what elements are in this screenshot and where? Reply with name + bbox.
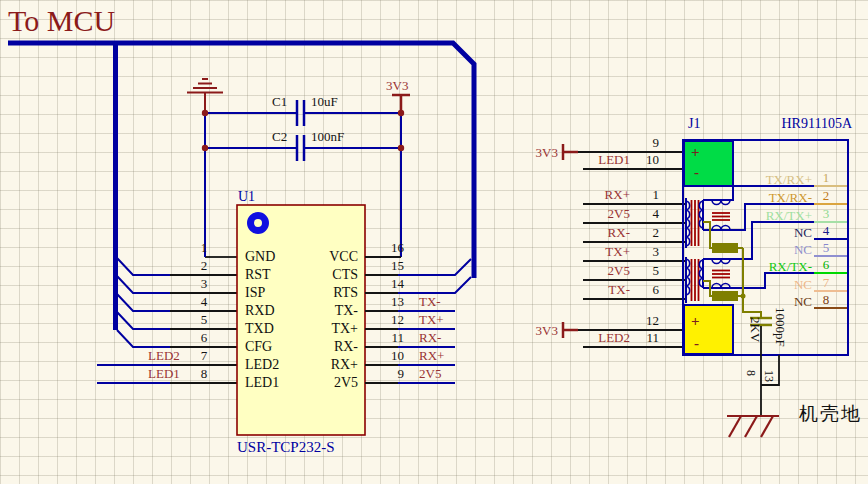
rj45-pin-label: RX/TX- bbox=[748, 260, 812, 273]
u1-pin-name: GND bbox=[245, 250, 275, 264]
rj45-pin-number: 8 bbox=[818, 293, 834, 306]
j1-pin-number: 2 bbox=[633, 226, 659, 239]
net-label-rx-minus: RX- bbox=[419, 331, 441, 344]
earth-ground-icon bbox=[187, 79, 223, 113]
net-label-tx-plus: TX+ bbox=[592, 245, 630, 258]
u1-pin-name: ISP bbox=[245, 286, 265, 300]
net-label-led1: LED1 bbox=[592, 153, 630, 166]
net-label-rx-plus: RX+ bbox=[419, 349, 444, 362]
rj45-pin-number: 2 bbox=[818, 189, 834, 202]
rj45-pin-label-nc: NC bbox=[748, 278, 812, 291]
u1-pin-name: CFG bbox=[245, 340, 272, 354]
power-label-3v3: 3V3 bbox=[532, 146, 558, 159]
net-label-tx-plus: TX+ bbox=[419, 313, 444, 326]
net-label-2v5: 2V5 bbox=[592, 264, 630, 277]
resistor-2 bbox=[713, 292, 737, 300]
j1-pin-number: 12 bbox=[633, 314, 659, 327]
u1-pin-number: 9 bbox=[376, 367, 404, 380]
u1-part-number: USR-TCP232-S bbox=[237, 440, 335, 455]
c2-ref: C2 bbox=[272, 130, 287, 143]
u1-pin-name: VCC bbox=[280, 250, 358, 264]
sheet-title: To MCU bbox=[8, 6, 115, 36]
u1-pin-name: RXD bbox=[245, 304, 275, 318]
rj45-pin-label: TX/RX- bbox=[748, 191, 812, 204]
bus-entries-left bbox=[117, 258, 170, 347]
net-label-led2: LED2 bbox=[592, 331, 630, 344]
rj45-pin-label: RX/TX+ bbox=[748, 209, 812, 222]
hv-cap-rating: 2KV bbox=[749, 317, 762, 342]
rj45-pin-label: TX/RX+ bbox=[748, 173, 812, 186]
j1-ref: J1 bbox=[688, 117, 700, 131]
u1-pin-name: LED1 bbox=[245, 376, 279, 390]
net-label-tx-minus: TX- bbox=[592, 283, 630, 296]
green-led-plus: + bbox=[691, 145, 700, 160]
j1-pin-number: 5 bbox=[633, 264, 659, 277]
u1-pin-number: 1 bbox=[196, 241, 212, 254]
shield-pin-number: 13 bbox=[763, 370, 775, 382]
u1-pin-number: 6 bbox=[196, 331, 212, 344]
net-label-led2: LED2 bbox=[148, 349, 180, 362]
power-3v3-j1-top-icon bbox=[563, 144, 578, 160]
u1-chip-body bbox=[237, 205, 365, 435]
u1-pin-name: LED2 bbox=[245, 358, 279, 372]
u1-pin-name: 2V5 bbox=[280, 376, 358, 390]
net-label-2v5: 2V5 bbox=[592, 207, 630, 220]
u1-pin-number: 10 bbox=[376, 349, 404, 362]
u1-pin-name: RTS bbox=[280, 286, 358, 300]
rj45-pin-number: 6 bbox=[818, 258, 834, 271]
net-label-tx-minus: TX- bbox=[419, 295, 441, 308]
u1-pin-name: RST bbox=[245, 268, 271, 282]
j1-pin-number: 1 bbox=[633, 188, 659, 201]
j1-part-number: HR911105A bbox=[752, 117, 852, 131]
u1-pin-number: 5 bbox=[196, 313, 212, 326]
rj45-pin-label-nc: NC bbox=[748, 226, 812, 239]
u1-pin-number: 11 bbox=[376, 331, 404, 344]
rj45-pin-number: 5 bbox=[818, 241, 834, 254]
rj45-pin-number: 7 bbox=[818, 276, 834, 289]
schematic-sheet: To MCU C1 10uF C2 100nF 3V3 U1 USR-TCP23… bbox=[0, 0, 868, 484]
u1-pin-name: CTS bbox=[280, 268, 358, 282]
j1-pin-number: 4 bbox=[633, 207, 659, 220]
power-label-3v3: 3V3 bbox=[532, 324, 558, 337]
yellow-led-minus: - bbox=[694, 336, 699, 351]
u1-pin-number: 13 bbox=[376, 295, 404, 308]
u1-ref: U1 bbox=[238, 190, 255, 204]
chassis-ground-icon bbox=[727, 416, 779, 437]
u1-pin-number: 12 bbox=[376, 313, 404, 326]
u1-pin-number: 14 bbox=[376, 277, 404, 290]
u1-pin-name: TX- bbox=[280, 304, 358, 318]
u1-pin-number: 7 bbox=[196, 349, 212, 362]
schematic-canvas bbox=[0, 0, 868, 484]
c1-ref: C1 bbox=[272, 95, 287, 108]
u1-pin-number: 16 bbox=[376, 241, 404, 254]
rj45-pin-number: 3 bbox=[818, 207, 834, 220]
hv-cap-value: 1000pF bbox=[774, 307, 787, 347]
c1-value: 10uF bbox=[311, 95, 338, 108]
j1-pin-number: 10 bbox=[633, 153, 659, 166]
net-label-rx-plus: RX+ bbox=[592, 188, 630, 201]
net-label-rx-minus: RX- bbox=[592, 226, 630, 239]
u1-pin-number: 4 bbox=[196, 295, 212, 308]
u1-pin-name: RX+ bbox=[280, 358, 358, 372]
j1-pin-number: 9 bbox=[633, 136, 659, 149]
yellow-led-plus: + bbox=[691, 314, 700, 329]
power-label-3v3: 3V3 bbox=[386, 79, 408, 92]
rj45-pin-number: 4 bbox=[818, 224, 834, 237]
u1-pin-number: 15 bbox=[376, 259, 404, 272]
u1-pin-name: TX+ bbox=[280, 322, 358, 336]
j1-pin-number: 11 bbox=[633, 331, 659, 344]
power-3v3-j1-bottom-icon bbox=[563, 322, 578, 338]
u1-pin-number: 2 bbox=[196, 259, 212, 272]
green-led-minus: - bbox=[694, 165, 699, 180]
chassis-ground-label: 机壳地 bbox=[799, 404, 862, 423]
resistor-1 bbox=[713, 244, 737, 252]
j1-pin-number: 3 bbox=[633, 245, 659, 258]
net-label-led1: LED1 bbox=[148, 367, 180, 380]
u1-pin-number: 8 bbox=[196, 367, 212, 380]
u1-pin-name: RX- bbox=[280, 340, 358, 354]
rj45-pin-number: 1 bbox=[818, 171, 834, 184]
j1-pin-number: 6 bbox=[633, 283, 659, 296]
rj45-pin-label-nc: NC bbox=[748, 243, 812, 256]
shield-pin-number: 8 bbox=[745, 370, 757, 376]
net-label-2v5: 2V5 bbox=[419, 367, 441, 380]
